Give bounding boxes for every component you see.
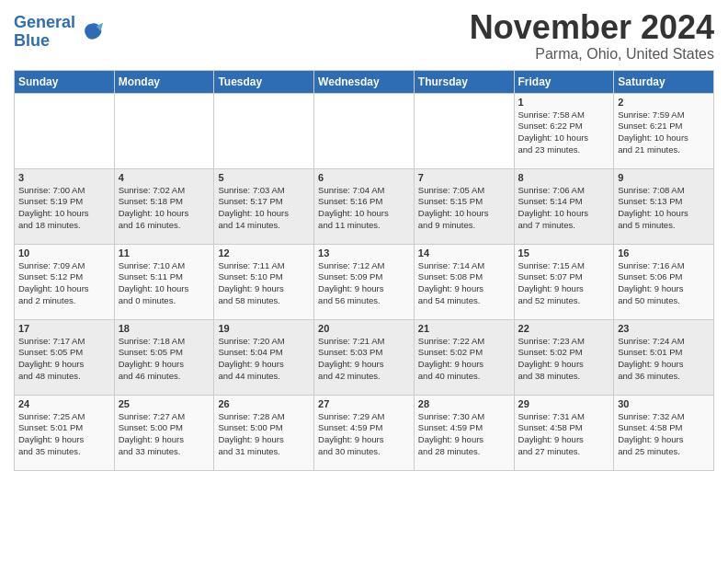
calendar-cell: 21Sunrise: 7:22 AM Sunset: 5:02 PM Dayli… (414, 319, 514, 395)
cell-content: Sunrise: 7:17 AM Sunset: 5:05 PM Dayligh… (18, 336, 110, 383)
calendar-cell: 7Sunrise: 7:05 AM Sunset: 5:15 PM Daylig… (414, 168, 514, 244)
calendar-cell: 22Sunrise: 7:23 AM Sunset: 5:02 PM Dayli… (514, 319, 614, 395)
day-number: 1 (518, 97, 610, 108)
calendar-week-1: 1Sunrise: 7:58 AM Sunset: 6:22 PM Daylig… (15, 93, 714, 168)
calendar-cell: 14Sunrise: 7:14 AM Sunset: 5:08 PM Dayli… (414, 244, 514, 319)
calendar-week-2: 3Sunrise: 7:00 AM Sunset: 5:19 PM Daylig… (15, 168, 714, 244)
calendar-cell: 24Sunrise: 7:25 AM Sunset: 5:01 PM Dayli… (15, 395, 115, 470)
cell-content: Sunrise: 7:18 AM Sunset: 5:05 PM Dayligh… (119, 336, 210, 383)
calendar-cell: 27Sunrise: 7:29 AM Sunset: 4:59 PM Dayli… (314, 395, 415, 470)
calendar-cell: 17Sunrise: 7:17 AM Sunset: 5:05 PM Dayli… (15, 319, 115, 395)
calendar-cell: 25Sunrise: 7:27 AM Sunset: 5:00 PM Dayli… (114, 395, 214, 470)
day-number: 10 (18, 247, 110, 259)
weekday-saturday: Saturday (614, 70, 714, 93)
day-number: 3 (18, 172, 110, 183)
calendar-cell: 6Sunrise: 7:04 AM Sunset: 5:16 PM Daylig… (314, 168, 415, 244)
cell-content: Sunrise: 7:31 AM Sunset: 4:58 PM Dayligh… (518, 411, 610, 458)
title-block: November 2024 Parma, Ohio, United States (470, 9, 714, 63)
weekday-sunday: Sunday (15, 70, 115, 93)
calendar-cell: 1Sunrise: 7:58 AM Sunset: 6:22 PM Daylig… (514, 93, 614, 168)
day-number: 22 (518, 323, 610, 334)
day-number: 24 (18, 398, 110, 409)
cell-content: Sunrise: 7:04 AM Sunset: 5:16 PM Dayligh… (318, 185, 410, 232)
calendar-week-5: 24Sunrise: 7:25 AM Sunset: 5:01 PM Dayli… (15, 395, 714, 470)
calendar-cell: 11Sunrise: 7:10 AM Sunset: 5:11 PM Dayli… (114, 244, 214, 319)
day-number: 7 (418, 172, 510, 183)
logo-icon (79, 19, 105, 45)
day-number: 5 (218, 172, 310, 183)
day-number: 29 (518, 398, 610, 409)
calendar-cell: 19Sunrise: 7:20 AM Sunset: 5:04 PM Dayli… (214, 319, 314, 395)
calendar-cell: 30Sunrise: 7:32 AM Sunset: 4:58 PM Dayli… (614, 395, 714, 470)
cell-content: Sunrise: 7:21 AM Sunset: 5:03 PM Dayligh… (318, 336, 410, 383)
calendar-cell: 8Sunrise: 7:06 AM Sunset: 5:14 PM Daylig… (514, 168, 614, 244)
calendar-cell: 26Sunrise: 7:28 AM Sunset: 5:00 PM Dayli… (214, 395, 314, 470)
calendar-cell: 10Sunrise: 7:09 AM Sunset: 5:12 PM Dayli… (15, 244, 115, 319)
calendar-week-3: 10Sunrise: 7:09 AM Sunset: 5:12 PM Dayli… (15, 244, 714, 319)
day-number: 16 (618, 247, 710, 259)
day-number: 9 (618, 172, 710, 183)
cell-content: Sunrise: 7:14 AM Sunset: 5:08 PM Dayligh… (418, 260, 510, 307)
day-number: 4 (119, 172, 210, 183)
day-number: 30 (618, 398, 710, 409)
weekday-thursday: Thursday (414, 70, 514, 93)
cell-content: Sunrise: 7:08 AM Sunset: 5:13 PM Dayligh… (618, 185, 710, 232)
day-number: 12 (218, 247, 310, 259)
month-title: November 2024 (470, 9, 714, 46)
weekday-friday: Friday (514, 70, 614, 93)
cell-content: Sunrise: 7:16 AM Sunset: 5:06 PM Dayligh… (618, 260, 710, 307)
cell-content: Sunrise: 7:25 AM Sunset: 5:01 PM Dayligh… (18, 411, 110, 458)
calendar-cell: 15Sunrise: 7:15 AM Sunset: 5:07 PM Dayli… (514, 244, 614, 319)
weekday-monday: Monday (114, 70, 214, 93)
cell-content: Sunrise: 7:24 AM Sunset: 5:01 PM Dayligh… (618, 336, 710, 383)
cell-content: Sunrise: 7:06 AM Sunset: 5:14 PM Dayligh… (518, 185, 610, 232)
calendar-cell (214, 93, 314, 168)
cell-content: Sunrise: 7:09 AM Sunset: 5:12 PM Dayligh… (18, 260, 110, 307)
calendar-week-4: 17Sunrise: 7:17 AM Sunset: 5:05 PM Dayli… (15, 319, 714, 395)
location: Parma, Ohio, United States (470, 46, 714, 63)
page-container: General Blue November 2024 Parma, Ohio, … (0, 0, 728, 476)
calendar-cell: 28Sunrise: 7:30 AM Sunset: 4:59 PM Dayli… (414, 395, 514, 470)
day-number: 21 (418, 323, 510, 334)
cell-content: Sunrise: 7:30 AM Sunset: 4:59 PM Dayligh… (418, 411, 510, 458)
day-number: 13 (318, 247, 410, 259)
weekday-header-row: SundayMondayTuesdayWednesdayThursdayFrid… (15, 70, 714, 93)
day-number: 25 (119, 398, 210, 409)
calendar-cell: 29Sunrise: 7:31 AM Sunset: 4:58 PM Dayli… (514, 395, 614, 470)
day-number: 17 (18, 323, 110, 334)
day-number: 15 (518, 247, 610, 259)
cell-content: Sunrise: 7:58 AM Sunset: 6:22 PM Dayligh… (518, 109, 610, 156)
header: General Blue November 2024 Parma, Ohio, … (14, 9, 714, 63)
cell-content: Sunrise: 7:10 AM Sunset: 5:11 PM Dayligh… (119, 260, 210, 307)
cell-content: Sunrise: 7:29 AM Sunset: 4:59 PM Dayligh… (318, 411, 410, 458)
calendar-cell: 12Sunrise: 7:11 AM Sunset: 5:10 PM Dayli… (214, 244, 314, 319)
calendar-cell (15, 93, 115, 168)
calendar-cell (414, 93, 514, 168)
logo-text: General Blue (14, 14, 75, 51)
cell-content: Sunrise: 7:05 AM Sunset: 5:15 PM Dayligh… (418, 185, 510, 232)
cell-content: Sunrise: 7:59 AM Sunset: 6:21 PM Dayligh… (618, 109, 710, 156)
cell-content: Sunrise: 7:02 AM Sunset: 5:18 PM Dayligh… (119, 185, 210, 232)
weekday-wednesday: Wednesday (314, 70, 415, 93)
calendar-cell: 16Sunrise: 7:16 AM Sunset: 5:06 PM Dayli… (614, 244, 714, 319)
calendar-cell: 4Sunrise: 7:02 AM Sunset: 5:18 PM Daylig… (114, 168, 214, 244)
cell-content: Sunrise: 7:12 AM Sunset: 5:09 PM Dayligh… (318, 260, 410, 307)
calendar-cell: 20Sunrise: 7:21 AM Sunset: 5:03 PM Dayli… (314, 319, 415, 395)
calendar-cell: 23Sunrise: 7:24 AM Sunset: 5:01 PM Dayli… (614, 319, 714, 395)
calendar-cell: 3Sunrise: 7:00 AM Sunset: 5:19 PM Daylig… (15, 168, 115, 244)
day-number: 23 (618, 323, 710, 334)
calendar-table: SundayMondayTuesdayWednesdayThursdayFrid… (14, 70, 714, 471)
day-number: 28 (418, 398, 510, 409)
cell-content: Sunrise: 7:15 AM Sunset: 5:07 PM Dayligh… (518, 260, 610, 307)
cell-content: Sunrise: 7:03 AM Sunset: 5:17 PM Dayligh… (218, 185, 310, 232)
day-number: 6 (318, 172, 410, 183)
cell-content: Sunrise: 7:32 AM Sunset: 4:58 PM Dayligh… (618, 411, 710, 458)
day-number: 27 (318, 398, 410, 409)
cell-content: Sunrise: 7:11 AM Sunset: 5:10 PM Dayligh… (218, 260, 310, 307)
cell-content: Sunrise: 7:22 AM Sunset: 5:02 PM Dayligh… (418, 336, 510, 383)
day-number: 18 (119, 323, 210, 334)
day-number: 20 (318, 323, 410, 334)
calendar-cell (114, 93, 214, 168)
calendar-cell: 13Sunrise: 7:12 AM Sunset: 5:09 PM Dayli… (314, 244, 415, 319)
calendar-cell: 9Sunrise: 7:08 AM Sunset: 5:13 PM Daylig… (614, 168, 714, 244)
